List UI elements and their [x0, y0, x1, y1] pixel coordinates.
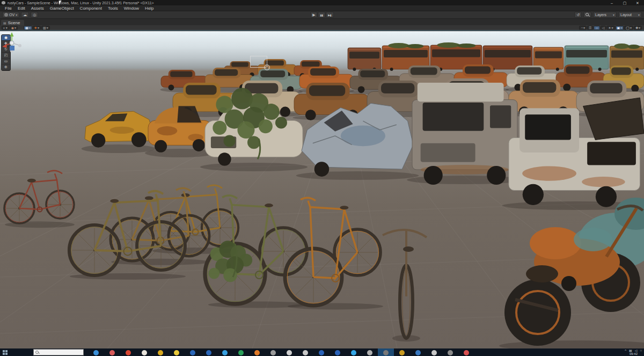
taskbar-app-icon[interactable] [394, 348, 410, 356]
chevron-down-icon: ▾ [630, 26, 632, 30]
camera-view-dropdown[interactable]: ◉▾ [10, 26, 18, 30]
services-button[interactable]: ◎ [31, 12, 38, 18]
taskbar-app-icon[interactable] [104, 348, 120, 356]
particle-gizmo-billboard[interactable]: ◉ [250, 56, 267, 68]
pan-options-dropdown-icon: ✚ [635, 26, 638, 30]
account-avatar-icon [4, 13, 8, 17]
taskbar-app-icon[interactable] [281, 348, 297, 356]
car-sport[interactable] [82, 111, 156, 153]
taskbar-app-icon[interactable] [346, 348, 362, 356]
play-button[interactable]: ▶ [310, 12, 317, 18]
taskbar-app-icon[interactable] [120, 348, 136, 356]
undo-history-button[interactable]: ↺ [574, 12, 582, 18]
layers-dropdown[interactable]: Layers ▾ [593, 12, 617, 18]
gizmo-center[interactable] [10, 41, 14, 45]
menu-item-window[interactable]: Window [121, 5, 142, 11]
taskbar-app-icon[interactable] [249, 348, 265, 356]
start-button[interactable] [0, 348, 10, 356]
taskbar-app-icon[interactable] [297, 348, 313, 356]
effects-dropdown-icon: ✶ [608, 26, 611, 30]
scene-viewport[interactable]: ◉ ◉✚↻◰▭⊕ [0, 31, 644, 348]
taskbar-search-input[interactable] [39, 351, 82, 354]
taskbar-app-icon[interactable] [88, 348, 104, 356]
taskbar-app-icon[interactable] [313, 348, 330, 356]
pan-options-dropdown[interactable]: ✚▾ [634, 26, 642, 30]
audio-toggle[interactable]: ◁ [601, 26, 606, 30]
taskbar-app-icon[interactable] [233, 348, 249, 356]
scene-visibility-toggle[interactable]: ☰ [587, 26, 593, 30]
taskbar-app-icon[interactable] [201, 348, 217, 356]
taskbar-search[interactable] [33, 349, 84, 355]
rect-tool-button[interactable]: ▭ [2, 59, 10, 64]
menu-item-file[interactable]: File [2, 5, 14, 11]
app-icon [254, 350, 260, 355]
menu-item-component[interactable]: Component [77, 5, 105, 11]
taskbar-app-icon[interactable] [136, 348, 152, 356]
grid-snap-toggle[interactable]: ▥▾ [41, 26, 50, 30]
maximize-button[interactable]: ▢ [618, 0, 631, 5]
bicycle[interactable] [205, 195, 310, 308]
search-button[interactable] [583, 12, 591, 18]
title-bar: rustyCars - SampleScene - Windows, Mac, … [0, 0, 644, 5]
bus[interactable] [348, 48, 381, 71]
taskbar-app-icon[interactable] [442, 348, 458, 356]
lighting-toggle[interactable]: ☼ [594, 26, 600, 30]
taskbar-app-icon[interactable] [378, 348, 394, 356]
car-muscle[interactable] [502, 98, 644, 210]
chevron-down-icon: ▾ [620, 26, 622, 30]
bicycle[interactable] [285, 198, 383, 309]
scene-3d [0, 31, 644, 348]
pause-button[interactable]: ▮▮ [318, 12, 326, 18]
taskbar-app-icon[interactable] [265, 348, 281, 356]
scene-tab-icon: ▤ [3, 21, 6, 25]
menu-item-tools[interactable]: Tools [105, 5, 121, 11]
draw-mode-dropdown[interactable]: ◐▾ [2, 26, 9, 30]
render-debug-dropdown[interactable]: ◔▾ [579, 26, 587, 30]
grid-visibility-toggle[interactable]: ▦▾ [24, 26, 32, 30]
taskbar-app-icon[interactable] [410, 348, 426, 356]
tab-scene[interactable]: ▤ Scene [1, 20, 24, 25]
taskbar-app-icon[interactable] [217, 348, 233, 356]
bicycle-facing[interactable] [383, 230, 427, 342]
layout-dropdown[interactable]: Layout ▾ [618, 12, 642, 18]
motorcycle[interactable] [499, 198, 644, 348]
menu-item-gameobject[interactable]: GameObject [47, 5, 77, 11]
chevron-up-icon[interactable]: ^ [625, 349, 626, 352]
taskbar-app-icon[interactable] [458, 348, 474, 356]
axis-ball-gray[interactable] [18, 44, 21, 47]
bicycle[interactable] [4, 171, 75, 228]
step-button[interactable]: ▶▮ [326, 12, 334, 18]
transform-tool-button[interactable]: ⊕ [2, 64, 10, 70]
z-axis-cube[interactable] [10, 46, 14, 50]
close-button[interactable]: ✕ [631, 0, 644, 5]
menu-item-assets[interactable]: Assets [28, 5, 47, 11]
menu-item-help[interactable]: Help [142, 5, 156, 11]
camera-settings-dropdown[interactable]: ▣▾ [616, 26, 624, 30]
gizmos-dropdown[interactable]: ◯▾ [624, 26, 633, 30]
taskbar-app-icon[interactable] [362, 348, 378, 356]
taskbar-app-icon[interactable] [152, 348, 169, 356]
cloud-services-button[interactable]: ☁ [21, 12, 29, 18]
chevron-down-icon: ▾ [638, 13, 640, 17]
taskbar-app-icon[interactable] [426, 348, 442, 356]
x-axis-cone[interactable] [2, 44, 7, 48]
app-icon [319, 350, 324, 355]
taskbar-app-icon[interactable] [330, 348, 346, 356]
effects-dropdown[interactable]: ✶▾ [606, 26, 614, 30]
y-axis-cone[interactable] [10, 32, 14, 37]
history-icon: ↺ [576, 13, 580, 17]
app-icon [287, 350, 292, 355]
chevron-down-icon: ▾ [639, 26, 640, 30]
audio-toggle-icon: ◁ [602, 26, 605, 30]
orientation-gizmo[interactable] [0, 31, 24, 55]
account-dropdown[interactable]: OV ▾ [2, 12, 19, 18]
minimize-button[interactable]: – [605, 0, 618, 5]
menu-item-edit[interactable]: Edit [15, 5, 28, 11]
taskbar-app-icon[interactable] [169, 348, 185, 356]
pause-icon: ▮▮ [320, 13, 324, 17]
app-icon [158, 350, 163, 355]
taskbar-app-icon[interactable] [185, 348, 201, 356]
chevron-down-icon: ▾ [14, 26, 16, 30]
snap-settings-toggle[interactable]: ❖▾ [33, 26, 41, 30]
taskbar-clock[interactable]: 09:42 [630, 352, 642, 356]
